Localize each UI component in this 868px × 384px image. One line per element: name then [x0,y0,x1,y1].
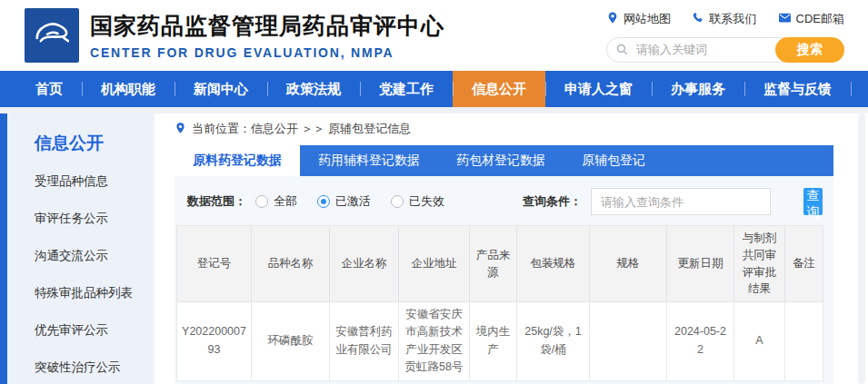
header-search: 搜索 [606,37,844,63]
sitemap-label: 网站地图 [624,11,671,27]
column-header: 企业地址 [399,226,470,302]
sidebar-item[interactable]: 优先审评公示 [35,322,155,339]
tab-原料药登记数据[interactable]: 原料药登记数据 [175,145,300,176]
envelope-icon [778,12,792,26]
sidebar-item[interactable]: 沟通交流公示 [35,248,155,264]
nav-item-登记备案平台[interactable]: 登记备案平台 [851,71,868,107]
table-cell: 2024-05-22 [667,302,734,381]
radio-icon [317,195,330,208]
nav-item-首页[interactable]: 首页 [16,71,82,107]
tabs-bar: 原料药登记数据药用辅料登记数据药包材登记数据原辅包登记 [175,145,833,176]
column-header: 登记号 [177,226,252,302]
column-header: 更新日期 [667,226,734,302]
sidebar-title: 信息公开 [35,132,155,155]
scope-label: 数据范围： [187,193,246,210]
body: 信息公开 受理品种信息审评任务公示沟通交流公示特殊审批品种列表优先审评公示突破性… [0,113,868,384]
query-input[interactable] [591,188,771,215]
swan-logo-icon [28,10,75,61]
main-content: 当前位置：信息公开 ＞＞ 原辅包登记信息 原料药登记数据药用辅料登记数据药包材登… [175,113,833,384]
site-titles: 国家药品监督管理局药品审评中心 CENTER FOR DRUG EVALUATI… [90,11,444,60]
sidebar-items: 受理品种信息审评任务公示沟通交流公示特殊审批品种列表优先审评公示突破性治疗公示三… [35,173,155,384]
header-right: 网站地图 联系我们 CDE邮箱 [606,9,844,63]
site-title-cn: 国家药品监督管理局药品审评中心 [90,11,444,41]
table-cell: 安徽省安庆市高新技术产业开发区贡虹路58号 [399,302,470,381]
query-button[interactable]: 查询 [803,188,823,215]
nav-item-办事服务[interactable]: 办事服务 [652,71,744,107]
column-header: 包装规格 [517,226,590,302]
table-cell: A [734,302,785,381]
location-pin-icon [606,11,619,27]
search-icon [615,43,629,60]
nav-item-申请人之窗[interactable]: 申请人之窗 [545,71,652,107]
content-panel: 数据范围： 全部已激活已失效 查询条件： 查询 登记号品种名称企业名称企业地址产… [175,176,833,384]
left-accent-strip [0,113,7,384]
header: 国家药品监督管理局药品审评中心 CENTER FOR DRUG EVALUATI… [0,0,868,71]
nav-item-政策法规[interactable]: 政策法规 [267,71,360,107]
sidebar-item[interactable]: 特殊审批品种列表 [35,285,155,301]
sidebar-item[interactable]: 审评任务公示 [35,211,155,227]
breadcrumb-text: 当前位置：信息公开 ＞＞ 原辅包登记信息 [192,121,411,137]
quick-links: 网站地图 联系我们 CDE邮箱 [606,11,844,27]
main-nav: 首页机构职能新闻中心政策法规党建工作信息公开申请人之窗办事服务监督与反馈登记备案… [0,71,868,107]
cde-mail-link[interactable]: CDE邮箱 [778,11,844,27]
table-row[interactable]: Y20220000793环磷酰胺安徽普利药业有限公司安徽省安庆市高新技术产业开发… [177,302,823,381]
page: 国家药品监督管理局药品审评中心 CENTER FOR DRUG EVALUATI… [0,0,868,384]
column-header: 备注 [785,226,823,302]
table-cell [785,302,823,381]
breadcrumb-pin-icon [175,122,186,137]
column-header: 产品来源 [470,226,517,302]
phone-icon [692,11,704,26]
tab-药用辅料登记数据[interactable]: 药用辅料登记数据 [300,145,438,176]
search-button[interactable]: 搜索 [775,37,844,63]
filter-row: 数据范围： 全部已激活已失效 查询条件： 查询 [187,187,823,216]
table-cell: 安徽普利药业有限公司 [330,302,399,381]
sidebar: 信息公开 受理品种信息审评任务公示沟通交流公示特殊审批品种列表优先审评公示突破性… [7,113,155,384]
table-cell [590,302,667,381]
table-cell: 25kg/袋，1袋/桶 [517,302,590,381]
site-title-en: CENTER FOR DRUG EVALUATION, NMPA [90,45,444,60]
radio-icon [391,195,404,208]
table-header-row: 登记号品种名称企业名称企业地址产品来源包装规格规格更新日期与制剂共同审评审批结果… [177,226,823,302]
nav-item-监督与反馈[interactable]: 监督与反馈 [744,71,851,107]
table-cell: Y20220000793 [177,302,252,381]
sidebar-item[interactable]: 突破性治疗公示 [35,359,155,376]
breadcrumb: 当前位置：信息公开 ＞＞ 原辅包登记信息 [175,121,833,137]
registration-table: 登记号品种名称企业名称企业地址产品来源包装规格规格更新日期与制剂共同审评审批结果… [176,225,823,381]
radio-label: 全部 [274,193,297,210]
sidebar-item[interactable]: 受理品种信息 [35,173,155,190]
table-cell: 境内生产 [470,302,517,381]
radio-已失效[interactable]: 已失效 [391,193,444,210]
nav-item-机构职能[interactable]: 机构职能 [82,71,175,107]
column-header: 规格 [590,226,667,302]
nav-item-党建工作[interactable]: 党建工作 [360,71,453,107]
nav-gap [0,107,868,113]
contact-link[interactable]: 联系我们 [692,11,756,27]
radio-全部[interactable]: 全部 [255,193,297,210]
column-header: 与制剂共同审评审批结果 [734,226,785,302]
radio-icon [255,195,268,208]
contact-label: 联系我们 [709,11,756,27]
tab-药包材登记数据[interactable]: 药包材登记数据 [438,145,564,176]
query-label: 查询条件： [523,193,582,210]
nav-item-新闻中心[interactable]: 新闻中心 [175,71,267,107]
table-cell: 环磷酰胺 [252,302,330,381]
nav-item-信息公开[interactable]: 信息公开 [453,71,545,107]
radio-label: 已激活 [335,193,371,210]
radio-label: 已失效 [409,193,444,210]
cde-logo [25,8,79,63]
sitemap-link[interactable]: 网站地图 [606,11,671,27]
scope-radios: 全部已激活已失效 [255,193,464,210]
scrollbar[interactable] [858,113,865,384]
radio-已激活[interactable]: 已激活 [317,193,371,210]
column-header: 品种名称 [252,226,330,302]
column-header: 企业名称 [330,226,399,302]
tab-原辅包登记[interactable]: 原辅包登记 [564,145,663,176]
cde-mail-label: CDE邮箱 [796,11,844,27]
